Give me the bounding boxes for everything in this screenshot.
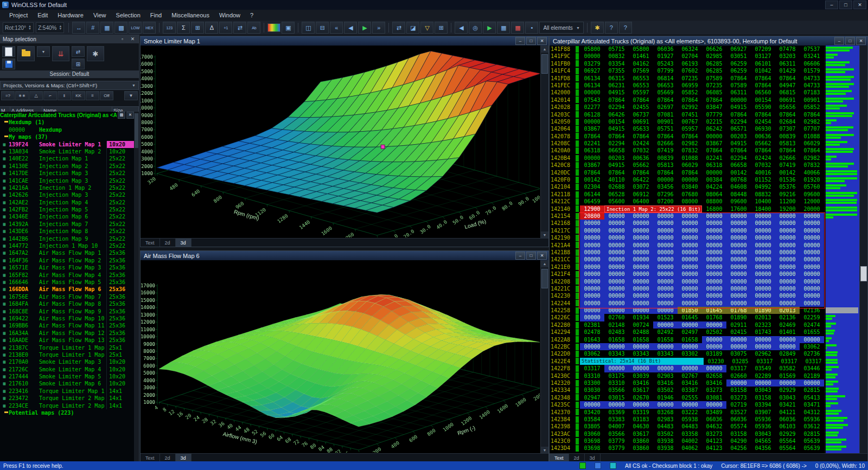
last-map-icon[interactable]: » (372, 22, 385, 34)
hex-address[interactable]: 14212C (550, 198, 576, 205)
hex-cell[interactable]: 01658 (678, 336, 702, 343)
prev-map-icon[interactable]: ◀ (344, 22, 357, 34)
hex-cell[interactable]: 02903 (653, 372, 678, 379)
hex-cell[interactable]: 02555 (678, 394, 702, 401)
hex-cell[interactable]: 01934 (629, 314, 653, 321)
map-row[interactable]: ▦2170A0Smoke Limiter Map 310x20 (0, 358, 134, 365)
hex-cell[interactable]: 03230 (704, 358, 728, 365)
hex-cell[interactable]: 00000 (775, 336, 800, 343)
map-row[interactable]: ▦16A34AAir Mass Flow Map 1225x36 (0, 330, 134, 337)
export-map-button[interactable]: ⇄ (72, 46, 85, 57)
hex-cell[interactable]: 04162 (629, 60, 653, 67)
map-tree-scrollbar[interactable] (134, 112, 139, 461)
hex-cell[interactable]: 02982 (800, 118, 824, 125)
hex-cell[interactable]: 06134 (580, 82, 604, 89)
hex-cell[interactable]: 03060 (580, 430, 604, 437)
save-button[interactable] (2, 59, 15, 69)
hex-cell[interactable]: 06311 (775, 60, 800, 67)
map-row[interactable]: ▦164F36Air Mass Flow Map 225x36 (0, 257, 134, 264)
hex-cell[interactable]: 00000 (653, 343, 678, 350)
hex-cell[interactable]: 08000 (678, 198, 702, 205)
hex-cell[interactable]: 06315 (604, 75, 629, 82)
hex-cell[interactable]: 07864 (629, 169, 653, 176)
hex-cell[interactable]: 00768 (726, 176, 751, 183)
hex-cell[interactable]: 02962 (751, 350, 775, 357)
hex-cell[interactable]: 05590 (751, 104, 775, 111)
hex-cell[interactable]: 06528 (604, 191, 629, 198)
hex-cell[interactable]: 07864 (775, 75, 800, 82)
hex-cell[interactable]: 07200 (653, 198, 678, 205)
hex-cell[interactable]: 09600 (800, 191, 824, 198)
hex-cell[interactable]: 03175 (604, 372, 629, 379)
hex-cell[interactable]: 05852 (800, 104, 824, 111)
hex-cell[interactable]: 00000 (678, 271, 702, 278)
filter-button-2[interactable]: ∗∗ (15, 91, 29, 100)
hex-cell[interactable]: 00000 (653, 227, 678, 234)
hex-cell[interactable]: 03489 (702, 409, 726, 416)
hex-cell[interactable]: 07451 (678, 111, 702, 118)
hex-cell[interactable]: 00000 (702, 365, 726, 372)
hex-cell[interactable]: 07864 (629, 96, 653, 104)
hex-cell[interactable]: 04630 (629, 423, 653, 430)
hex-cell[interactable]: 00000 (800, 263, 824, 271)
hex-cell[interactable]: 03383 (604, 416, 629, 423)
hex-cell[interactable]: 06930 (751, 125, 775, 132)
scroll-up-icon[interactable]: ▲ (541, 46, 548, 53)
hex-cell[interactable]: 06606 (800, 60, 824, 67)
hex-cell[interactable]: 00000 (800, 220, 824, 227)
hex-cell[interactable]: 06571 (726, 125, 751, 132)
map-row[interactable]: ▦165F82Air Mass Flow Map 425x36 (0, 272, 134, 279)
hex-cell[interactable]: 07864 (580, 169, 604, 176)
air-mass-flow-3d-plot[interactable] (141, 260, 540, 453)
map-row[interactable]: ▦16571EAir Mass Flow Map 325x36 (0, 264, 134, 271)
hex-cell[interactable]: 00000 (702, 242, 726, 249)
plot2-scrollbar[interactable]: ▲ ▼ (540, 260, 548, 454)
hex-cell[interactable]: 00000 (653, 300, 678, 307)
hex-cell[interactable]: 02492 (653, 329, 678, 336)
hex-cell[interactable]: 04224 (702, 183, 726, 190)
hex-tab-3d[interactable]: 3d (585, 454, 601, 462)
dot-icon[interactable]: • (525, 22, 538, 34)
hex-cell[interactable]: 00691 (775, 96, 800, 104)
hex-cell[interactable]: 00000 (653, 307, 678, 314)
hex-cell[interactable]: 00000 (580, 220, 604, 227)
hex-cell[interactable]: 00000 (726, 249, 751, 256)
hex-cell[interactable]: 02660 (726, 372, 751, 379)
map-row[interactable]: ▦142626Injection Map 325x22 (0, 191, 134, 198)
hex-cell[interactable]: 03779 (604, 437, 629, 445)
hex-cell[interactable]: 04915 (604, 162, 629, 169)
menu-window[interactable]: Window (214, 11, 245, 20)
hex-cell[interactable]: 00000 (580, 256, 604, 263)
hex-cell[interactable]: 01523 (653, 314, 678, 321)
hex-cell[interactable]: 03354 (604, 60, 629, 67)
hex-cell[interactable]: 00000 (726, 271, 751, 278)
hex-address[interactable]: 142154 (550, 213, 576, 220)
hex-cell[interactable]: 00000 (580, 234, 604, 241)
hex-cell[interactable]: 07832 (678, 147, 702, 154)
hex-cell[interactable]: 03416 (629, 379, 653, 387)
hex-cell[interactable]: 05751 (653, 125, 678, 132)
hex-cell[interactable]: 00000 (800, 379, 824, 387)
hex-cell[interactable]: 03582 (775, 365, 800, 372)
hex-cell[interactable]: 03394 (751, 401, 775, 408)
hex-cell[interactable]: 03127 (751, 53, 775, 60)
hex-cell[interactable]: 07864 (751, 111, 775, 118)
hex-cell[interactable]: 02241 (580, 140, 604, 147)
hex-cell[interactable]: 03062 (800, 343, 824, 350)
hex-cell[interactable]: 00000 (702, 278, 726, 285)
hex-cell[interactable]: 07864 (604, 169, 629, 176)
hex-cell[interactable]: 07864 (653, 133, 678, 140)
hex-cell[interactable]: 07680 (678, 191, 702, 198)
hex-cell[interactable]: 40016 (751, 169, 775, 176)
hex-address[interactable]: 142140 (550, 205, 576, 213)
scrollbar-handle[interactable] (135, 113, 138, 148)
hex-cell[interactable]: 03584 (580, 416, 604, 423)
hex-cell[interactable]: 01890 (751, 307, 775, 314)
map-row[interactable]: ▦217610Smoke Limiter Map 610x20 (0, 380, 134, 387)
hex-address[interactable]: 1421E0 (550, 263, 576, 271)
hex-cell[interactable]: 03698 (580, 445, 604, 452)
hex-address[interactable]: 142294 (550, 329, 576, 336)
hex-address[interactable]: 1420A0 (550, 147, 576, 154)
hex-cell[interactable]: 02323 (751, 321, 775, 329)
hex-cell[interactable]: 06259 (726, 67, 751, 74)
